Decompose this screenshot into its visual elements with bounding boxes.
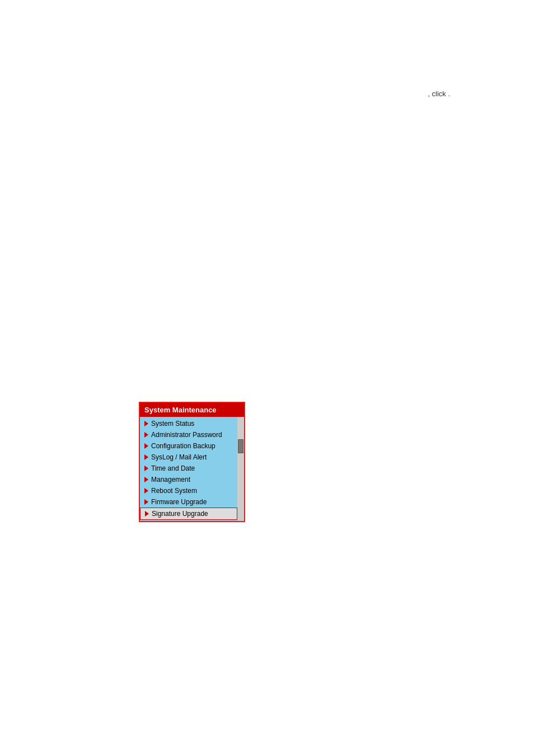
menu-item-system-status[interactable]: System Status	[140, 418, 237, 429]
arrow-icon	[144, 443, 148, 449]
menu-item-signature-upgrade[interactable]: Signature Upgrade	[140, 508, 237, 520]
menu-item-firmware-upgrade[interactable]: Firmware Upgrade	[140, 496, 237, 508]
arrow-icon	[144, 477, 148, 482]
arrow-icon	[144, 488, 148, 494]
menu-item-configuration-backup[interactable]: Configuration Backup	[140, 440, 237, 452]
menu-item-administrator-password[interactable]: Administrator Password	[140, 429, 237, 440]
scrollbar-thumb[interactable]	[238, 439, 243, 453]
menu-item-label: Configuration Backup	[151, 442, 216, 450]
menu-body: System StatusAdministrator PasswordConfi…	[140, 417, 237, 521]
menu-item-label: Firmware Upgrade	[151, 498, 207, 506]
arrow-icon	[145, 511, 149, 516]
menu-item-management[interactable]: Management	[140, 474, 237, 485]
instruction-text: , click .	[428, 90, 450, 98]
menu-item-label: Management	[151, 476, 190, 483]
menu-item-label: SysLog / Mail Alert	[151, 453, 207, 461]
menu-item-time-and-date[interactable]: Time and Date	[140, 463, 237, 474]
arrow-icon	[144, 499, 148, 505]
menu-item-label: System Status	[151, 420, 194, 428]
menu-item-label: Administrator Password	[151, 431, 222, 439]
scrollbar[interactable]	[237, 417, 244, 521]
arrow-icon	[144, 421, 148, 426]
menu-item-syslog-mail-alert[interactable]: SysLog / Mail Alert	[140, 452, 237, 463]
menu-header: System Maintenance	[140, 403, 244, 417]
system-maintenance-menu: System Maintenance System StatusAdminist…	[139, 402, 245, 522]
menu-item-reboot-system[interactable]: Reboot System	[140, 485, 237, 496]
menu-item-label: Signature Upgrade	[152, 510, 208, 518]
menu-item-label: Time and Date	[151, 464, 195, 472]
menu-item-label: Reboot System	[151, 487, 197, 495]
arrow-icon	[144, 432, 148, 438]
arrow-icon	[144, 454, 148, 460]
arrow-icon	[144, 466, 148, 471]
